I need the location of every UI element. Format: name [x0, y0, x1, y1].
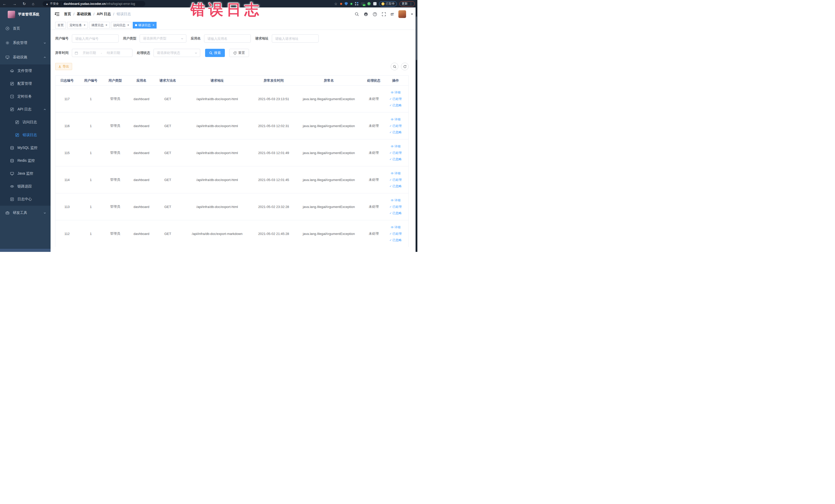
refresh-button[interactable] [401, 63, 409, 70]
breadcrumb-item[interactable]: 基础设施 [77, 12, 91, 16]
page-scrollbar[interactable] [415, 0, 418, 252]
breadcrumb-item[interactable]: API 日志 [97, 12, 111, 16]
processed-link[interactable]: ✓已处理 [389, 178, 402, 182]
back-icon[interactable]: ← [3, 2, 6, 6]
cell-请求地址: /api/infra/db-doc/export-html [180, 178, 254, 182]
home-icon[interactable]: ⌂ [32, 2, 34, 6]
tab-scheduled-tasks[interactable]: 定时任务× [67, 22, 88, 28]
cell-日志编号: 115 [56, 151, 79, 155]
avatar[interactable] [399, 10, 406, 18]
breadcrumb-item[interactable]: 首页 [64, 12, 71, 16]
chevron-down-icon [43, 211, 46, 215]
bookmark-star-icon[interactable]: ☆ [334, 2, 338, 6]
tab-access-log[interactable]: 访问日志× [111, 22, 131, 28]
process-status-select[interactable]: 请选择处理状态 [154, 49, 200, 57]
sidebar-item-file-management[interactable]: 文件管理 [0, 64, 50, 77]
processed-link[interactable]: ✓已处理 [389, 151, 402, 155]
close-icon[interactable]: × [84, 24, 85, 27]
sidebar-item-mysql-monitor[interactable]: MySQL 监控 [0, 141, 50, 154]
detail-link[interactable]: 详细 [391, 90, 401, 95]
actions-cell: 详细✓已处理✓已忽略 [383, 171, 408, 188]
ignored-link[interactable]: ✓已忽略 [389, 130, 402, 135]
tab-schedule-log[interactable]: 调度日志× [89, 22, 109, 28]
ignored-link[interactable]: ✓已忽略 [389, 184, 402, 188]
extension-green-ring-icon[interactable] [350, 3, 352, 5]
extension-switch-on-icon[interactable] [361, 2, 365, 5]
kebab-menu-icon[interactable]: ⋮ [409, 2, 412, 6]
tab-home[interactable]: 首页 [55, 22, 66, 28]
extensions-puzzle-icon[interactable] [373, 2, 376, 5]
extension-sprout-icon[interactable] [367, 2, 371, 5]
scrollbar-thumb[interactable] [416, 16, 417, 60]
ignored-link[interactable]: ✓已忽略 [389, 238, 402, 242]
range-separator: - [99, 51, 104, 55]
sidebar-item-scheduled-tasks[interactable]: 定时任务 [0, 90, 50, 103]
sidebar-item-java-monitor[interactable]: Java 监控 [0, 167, 50, 180]
user-type-select[interactable]: 请选择用户类型 [140, 35, 186, 43]
ignored-link[interactable]: ✓已忽略 [389, 103, 402, 107]
reload-icon[interactable]: ↻ [23, 2, 26, 6]
sidebar-item-dev-tools[interactable]: 研发工具 [0, 206, 50, 220]
font-size-icon[interactable]: tT [391, 12, 394, 16]
processed-link[interactable]: ✓已处理 [389, 124, 402, 128]
extension-shield-icon[interactable] [345, 2, 348, 5]
detail-link[interactable]: 详细 [391, 198, 401, 203]
detail-link[interactable]: 详细 [391, 225, 401, 229]
tab-error-log[interactable]: 错误日志× [133, 22, 157, 28]
caret-down-icon[interactable] [411, 13, 413, 15]
close-icon[interactable]: × [127, 24, 129, 27]
sidebar-logo[interactable]: 芋道管理系统 [0, 7, 50, 21]
sidebar-item-config-management[interactable]: 配置管理 [0, 77, 50, 90]
search-button[interactable]: 搜索 [205, 49, 225, 57]
sidebar-item-log-center[interactable]: 日志中心 [0, 193, 50, 206]
sidebar-item-api-log[interactable]: API 日志 [0, 103, 50, 116]
cell-用户类型: 管理员 [103, 123, 127, 128]
fullscreen-icon[interactable] [382, 12, 386, 16]
sidebar-item-system-management[interactable]: 系统管理 [0, 36, 50, 50]
address-bar[interactable]: ▲ 不安全 dashboard.yudao.iocoder.cn/infra/l… [43, 1, 145, 6]
table-row: 1131管理员dashboardGET/api/infra/db-doc/exp… [56, 193, 408, 220]
reset-button[interactable]: 重置 [229, 49, 249, 57]
sidebar-item-error-log[interactable]: 错误日志 [0, 129, 50, 141]
hamburger-icon[interactable] [55, 12, 60, 16]
toolbox-icon [5, 211, 9, 215]
processed-link[interactable]: ✓已处理 [389, 97, 402, 101]
exception-time-range-picker[interactable]: 开始日期 - 结束日期 [72, 49, 133, 57]
export-button[interactable]: 导出 [55, 63, 72, 70]
update-pill[interactable]: 更新 ⋮ [400, 1, 415, 6]
table-row: 1151管理员dashboardGET/api/infra/db-doc/exp… [56, 139, 408, 166]
check-icon: ✓ [389, 239, 392, 242]
cell-请求方法名: GET [156, 205, 180, 209]
emoji-face-icon [382, 2, 385, 5]
close-icon[interactable]: × [105, 24, 107, 27]
sidebar-item-access-log[interactable]: 访问日志 [0, 116, 50, 129]
github-icon[interactable] [364, 12, 368, 16]
ignored-link[interactable]: ✓已忽略 [389, 157, 402, 161]
detail-link[interactable]: 详细 [391, 171, 401, 176]
detail-link[interactable]: 详细 [391, 144, 401, 149]
url-domain: dashboard.yudao.iocoder.cn [64, 2, 105, 6]
processed-link[interactable]: ✓已处理 [389, 231, 402, 236]
sidebar-item-infrastructure[interactable]: 基础设施 [0, 50, 50, 64]
user-id-input[interactable] [72, 35, 119, 43]
paused-pill[interactable]: 已暂停 [379, 1, 397, 6]
app-name-input[interactable] [204, 35, 251, 43]
cell-用户类型: 管理员 [103, 97, 127, 101]
sidebar-item-redis-monitor[interactable]: Redis 监控 [0, 154, 50, 167]
sidebar-item-home[interactable]: 首页 [0, 21, 50, 36]
detail-link[interactable]: 详细 [391, 117, 401, 122]
processed-link[interactable]: ✓已处理 [389, 205, 402, 209]
extension-orange-icon[interactable] [340, 3, 342, 5]
toggle-search-button[interactable] [391, 63, 399, 70]
ignored-link[interactable]: ✓已忽略 [389, 211, 402, 216]
search-icon[interactable] [355, 12, 359, 16]
sidebar-item-trace[interactable]: 链路追踪 [0, 180, 50, 193]
request-url-input[interactable] [272, 35, 319, 43]
cell-日志编号: 114 [56, 178, 79, 182]
help-icon[interactable] [373, 12, 377, 16]
user-type-label: 用户类型 [123, 36, 136, 41]
close-icon[interactable]: × [152, 24, 154, 27]
forward-icon[interactable]: → [13, 2, 16, 6]
cell-用户编号: 1 [79, 97, 103, 101]
extension-grid-icon[interactable] [355, 2, 358, 5]
